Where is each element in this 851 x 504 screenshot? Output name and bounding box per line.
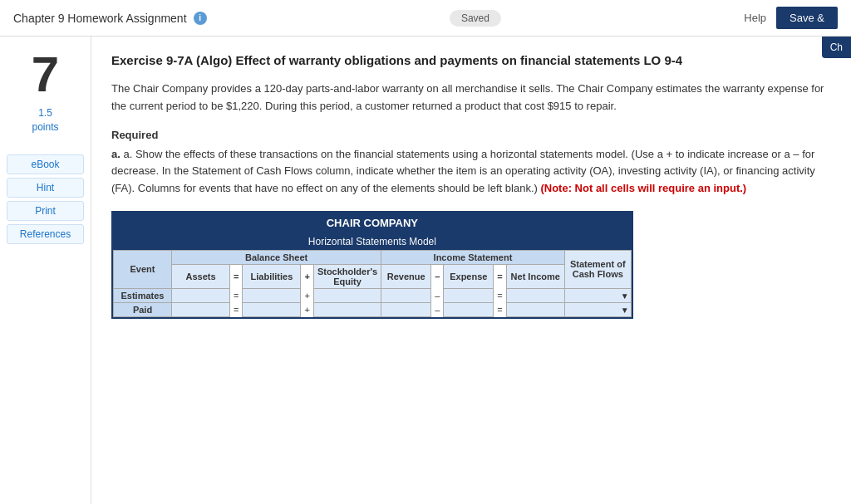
paid-expense-cell[interactable]: [444, 302, 494, 316]
table-row: Estimates = + – =: [114, 288, 632, 302]
estimates-cashflows-cell[interactable]: ▼: [564, 288, 631, 302]
top-bar-left: Chapter 9 Homework Assignment i: [13, 12, 207, 25]
col-header-balance-sheet: Balance Sheet: [172, 250, 381, 264]
sidebar-item-references[interactable]: References: [7, 224, 84, 244]
sidebar-item-ebook[interactable]: eBook: [7, 154, 84, 174]
col-header-cash-flows: Statement ofCash Flows: [564, 250, 631, 288]
company-header: CHAIR COMPANY: [113, 213, 632, 233]
paid-equity-input[interactable]: [317, 305, 377, 315]
note: (Note: Not all cells will require an inp…: [540, 182, 746, 194]
estimates-expense-input[interactable]: [447, 291, 489, 301]
sidebar-item-hint[interactable]: Hint: [7, 178, 84, 198]
statements-table: Event Balance Sheet Income Statement Sta…: [113, 250, 632, 317]
col-header-event: Event: [114, 250, 172, 288]
equals-op-1: =: [230, 264, 243, 288]
paid-liabilities-cell[interactable]: [243, 302, 301, 316]
table-row: Paid = + – =: [114, 302, 632, 316]
col-header-revenue: Revenue: [381, 264, 431, 288]
saved-indicator: Saved: [450, 12, 501, 24]
col-header-liabilities: Liabilities: [243, 264, 301, 288]
page-title: Chapter 9 Homework Assignment: [13, 12, 187, 25]
paid-cashflows-cell[interactable]: ▼: [564, 302, 631, 316]
col-header-income-statement: Income Statement: [381, 250, 565, 264]
main-container: 7 1.5 points eBook Hint Print References…: [0, 37, 851, 504]
estimates-expense-cell[interactable]: [444, 288, 494, 302]
estimates-equity-cell[interactable]: [313, 288, 381, 302]
paid-equity-cell[interactable]: [313, 302, 381, 316]
minus-op: –: [431, 264, 444, 288]
paid-revenue-cell[interactable]: [381, 302, 431, 316]
estimates-revenue-cell[interactable]: [381, 288, 431, 302]
estimates-netincome-cell[interactable]: [506, 288, 564, 302]
equals-op-2: =: [494, 264, 506, 288]
row-event-estimates: Estimates: [114, 288, 172, 302]
paid-liabilities-input[interactable]: [246, 305, 297, 315]
sidebar: 7 1.5 points eBook Hint Print References: [0, 37, 91, 504]
paid-netincome-cell[interactable]: [506, 302, 564, 316]
points-label: 1.5 points: [32, 106, 58, 135]
estimates-netincome-input[interactable]: [510, 291, 561, 301]
plus-op: +: [301, 264, 313, 288]
exercise-title: Exercise 9-7A (Algo) Effect of warranty …: [111, 53, 831, 67]
saved-badge: Saved: [450, 10, 501, 27]
estimates-assets-cell[interactable]: [172, 288, 230, 302]
top-bar-right: Help Save &: [744, 7, 838, 29]
estimates-equity-input[interactable]: [317, 291, 377, 301]
col-header-net-income: Net Income: [506, 264, 564, 288]
model-subheader: Horizontal Statements Model: [113, 233, 632, 250]
paid-revenue-input[interactable]: [385, 305, 427, 315]
paid-assets-input[interactable]: [175, 305, 226, 315]
save-button[interactable]: Save &: [776, 7, 838, 29]
estimates-cashflows-input[interactable]: [568, 291, 627, 301]
table-container: CHAIR COMPANY Horizontal Statements Mode…: [111, 211, 633, 319]
description: The Chair Company provides a 120-day par…: [111, 81, 831, 115]
top-bar: Chapter 9 Homework Assignment i Saved He…: [0, 0, 851, 37]
question-number: 7: [32, 50, 59, 100]
required-label: Required: [111, 129, 831, 141]
row-event-paid: Paid: [114, 302, 172, 316]
estimates-assets-input[interactable]: [175, 291, 226, 301]
estimates-revenue-input[interactable]: [385, 291, 427, 301]
col-header-assets: Assets: [172, 264, 230, 288]
estimates-liabilities-input[interactable]: [246, 291, 297, 301]
paid-cashflows-input[interactable]: [568, 305, 627, 315]
paid-cashflows-dropdown-arrow[interactable]: ▼: [621, 305, 629, 314]
col-header-equity: Stockholder's Equity: [313, 264, 381, 288]
info-icon[interactable]: i: [194, 12, 207, 25]
estimates-liabilities-cell[interactable]: [243, 288, 301, 302]
paid-assets-cell[interactable]: [172, 302, 230, 316]
content-area: Exercise 9-7A (Algo) Effect of warranty …: [91, 37, 851, 504]
instruction: a. a. Show the effects of these transact…: [111, 146, 831, 198]
paid-netincome-input[interactable]: [510, 305, 561, 315]
paid-expense-input[interactable]: [447, 305, 489, 315]
table-wrapper: CHAIR COMPANY Horizontal Statements Mode…: [111, 211, 633, 319]
sidebar-item-print[interactable]: Print: [7, 201, 84, 221]
col-header-expense: Expense: [444, 264, 494, 288]
help-button[interactable]: Help: [744, 12, 766, 24]
estimates-cashflows-dropdown-arrow[interactable]: ▼: [621, 291, 629, 300]
chapter-tab[interactable]: Ch: [822, 37, 851, 58]
sidebar-links: eBook Hint Print References: [7, 154, 84, 244]
